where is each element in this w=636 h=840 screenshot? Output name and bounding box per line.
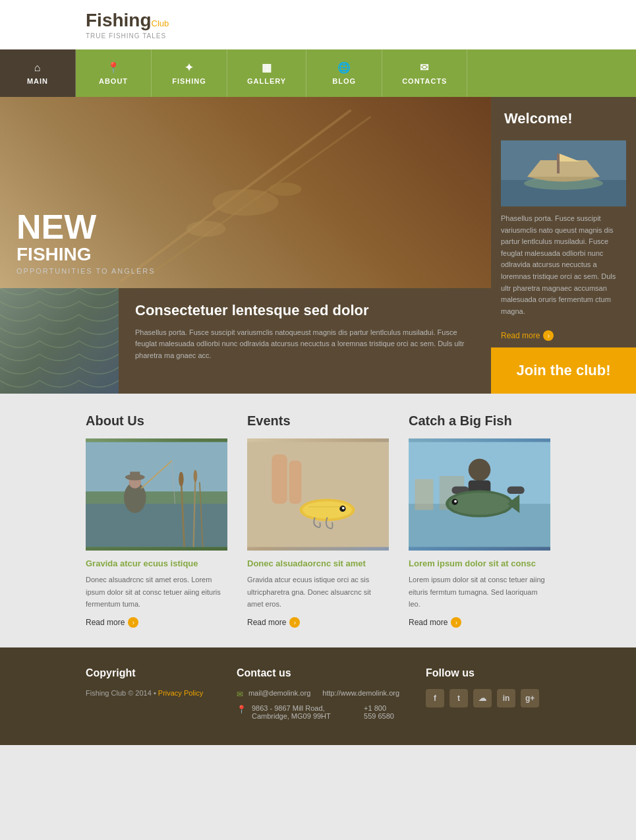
nav-label-blog: BLOG: [332, 77, 356, 85]
section-events: Events: [247, 413, 389, 628]
read-more-link[interactable]: Read more ›: [491, 324, 636, 347]
welcome-image: [501, 140, 626, 206]
sections-grid: About Us: [86, 413, 550, 628]
footer-address-row: 📍 9863 - 9867 Mill Road, Cambridge, MG09…: [237, 704, 399, 720]
svg-point-16: [194, 470, 198, 483]
logo-fishing-text: Fishing: [86, 10, 152, 30]
section-events-read-more[interactable]: Read more ›: [247, 617, 389, 628]
welcome-text: Phasellus porta. Fusce suscipit variusmc…: [491, 213, 636, 324]
hero-left: NEW FISHING OPPORTUNITIES TO ANGLERS: [0, 97, 491, 394]
section-bigfish-read-more[interactable]: Read more ›: [409, 617, 550, 628]
footer: Copyright Fishing Club © 2014 • Privacy …: [0, 647, 636, 745]
nav-item-fishing[interactable]: ✦ FISHING: [152, 49, 227, 97]
nav-label-gallery: GALLERY: [247, 77, 286, 85]
svg-rect-34: [415, 479, 433, 510]
svg-point-4: [269, 183, 302, 196]
sections-area: About Us: [0, 394, 636, 647]
header: FishingClub TRUE FISHING TALES: [0, 0, 636, 49]
hero-bottom-text: Phasellus porta. Fusce suscipit variusmc…: [135, 327, 475, 362]
footer-phone: +1 800 559 6580: [364, 704, 399, 720]
section-about-text: Donec alsuadrcnc sit amet eros. Lorem ip…: [86, 574, 227, 611]
footer-address: 9863 - 9867 Mill Road, Cambridge, MG09 9…: [252, 704, 352, 720]
hero-bottom-content: Consectetuer lentesque sed dolor Phasell…: [119, 288, 491, 394]
social-twitter[interactable]: t: [449, 689, 468, 707]
nav-item-main[interactable]: ⌂ MAIN: [0, 49, 76, 97]
nav-label-main: MAIN: [27, 77, 48, 85]
footer-social: Follow us f t ☁ in g+: [426, 667, 550, 725]
section-events-image: [247, 438, 389, 551]
nav-item-gallery[interactable]: ▦ GALLERY: [227, 49, 306, 97]
social-googleplus[interactable]: g+: [521, 689, 539, 707]
svg-rect-39: [507, 487, 525, 494]
events-read-more-icon: ›: [289, 617, 300, 628]
read-more-icon: ›: [543, 330, 554, 341]
svg-rect-24: [247, 442, 389, 547]
logo: FishingClub: [86, 10, 169, 31]
svg-rect-11: [86, 504, 227, 547]
about-read-more-icon: ›: [128, 617, 138, 628]
svg-point-30: [342, 507, 345, 510]
nav-item-about[interactable]: 📍 ABOUT: [76, 49, 152, 97]
hero-text-overlay: NEW FISHING OPPORTUNITIES TO ANGLERS: [0, 196, 491, 288]
privacy-policy-link[interactable]: Privacy Policy: [158, 689, 203, 697]
nav-label-contacts: CONTACTS: [402, 77, 447, 85]
nav-label-fishing: FISHING: [172, 77, 206, 85]
section-about-link[interactable]: Gravida atcur ecuus istique: [86, 558, 227, 568]
svg-rect-8: [557, 154, 560, 173]
hero-fishing-text: FISHING: [16, 244, 475, 265]
nav-label-about: ABOUT: [99, 77, 128, 85]
gallery-icon: ▦: [262, 61, 272, 74]
section-about-title: About Us: [86, 413, 227, 429]
section-events-text: Gravida atcur ecuus istique orci ac sis …: [247, 574, 389, 611]
main-nav: ⌂ MAIN 📍 ABOUT ✦ FISHING ▦ GALLERY 🌐 BLO…: [0, 49, 636, 97]
svg-rect-26: [289, 461, 302, 504]
svg-rect-25: [272, 454, 287, 504]
about-read-more-label: Read more: [86, 618, 125, 627]
footer-email: mail@demolink.org: [248, 689, 310, 697]
section-bigfish-title: Catch a Big Fish: [409, 413, 550, 429]
hero-right-panel: Welcome! Phasellus porta. Fusce suscipit…: [491, 97, 636, 394]
fishing-nav-icon: ✦: [185, 61, 194, 74]
welcome-title: Welcome!: [504, 110, 623, 127]
footer-contact-title: Contact us: [237, 667, 399, 679]
home-icon: ⌂: [34, 62, 42, 74]
join-club-button[interactable]: Join the club!: [491, 347, 636, 394]
nav-item-blog[interactable]: 🌐 BLOG: [306, 49, 382, 97]
svg-rect-10: [86, 442, 227, 492]
bigfish-read-more-icon: ›: [451, 617, 461, 628]
welcome-header: Welcome!: [491, 97, 636, 140]
footer-grid: Copyright Fishing Club © 2014 • Privacy …: [86, 667, 550, 725]
svg-point-43: [454, 500, 457, 502]
section-bigfish-link[interactable]: Lorem ipsum dolor sit at consc: [409, 558, 550, 568]
globe-icon: 🌐: [337, 61, 351, 74]
social-rss[interactable]: ☁: [473, 689, 492, 707]
hero-bottom-title: Consectetuer lentesque sed dolor: [135, 301, 475, 320]
social-linkedin[interactable]: in: [497, 689, 515, 707]
logo-club-text: Club: [152, 18, 169, 28]
logo-tagline: TRUE FISHING TALES: [86, 32, 169, 40]
mail-icon: ✉: [420, 61, 429, 74]
social-facebook[interactable]: f: [426, 689, 444, 707]
section-events-link[interactable]: Donec alsuadaorcnc sit amet: [247, 558, 389, 568]
footer-email-row: ✉ mail@demolink.org http://www.demolink.…: [237, 689, 399, 699]
footer-contact: Contact us ✉ mail@demolink.org http://ww…: [237, 667, 399, 725]
section-about: About Us: [86, 413, 227, 628]
svg-point-36: [469, 459, 491, 481]
nav-item-contacts[interactable]: ✉ CONTACTS: [382, 49, 467, 97]
hero-bottom: Consectetuer lentesque sed dolor Phasell…: [0, 288, 491, 394]
footer-website: http://www.demolink.org: [322, 689, 399, 697]
section-events-title: Events: [247, 413, 389, 429]
svg-point-15: [179, 471, 183, 486]
footer-copyright-title: Copyright: [86, 667, 210, 679]
hero-new-text: NEW: [16, 210, 475, 244]
footer-copyright-text: Fishing Club © 2014 • Privacy Policy: [86, 689, 210, 697]
svg-point-41: [449, 493, 510, 515]
section-about-read-more[interactable]: Read more ›: [86, 617, 227, 628]
section-bigfish-image: [409, 438, 550, 551]
hero-sub-text: OPPORTUNITIES TO ANGLERS: [16, 267, 475, 275]
footer-social-title: Follow us: [426, 667, 550, 679]
bigfish-read-more-label: Read more: [409, 618, 448, 627]
pin-icon: 📍: [107, 61, 121, 74]
read-more-label: Read more: [501, 331, 540, 340]
address-icon: 📍: [237, 705, 246, 714]
